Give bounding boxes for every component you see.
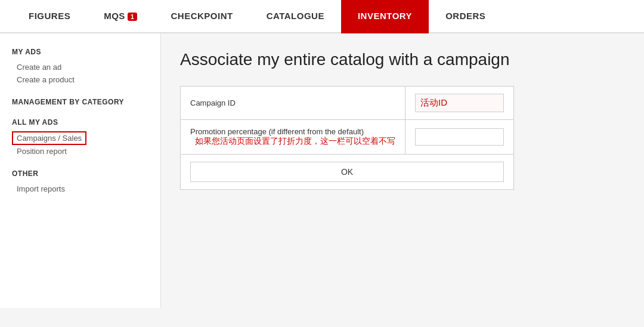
page-title: Associate my entire catalog with a campa…	[180, 50, 625, 69]
mqs-badge: 1	[128, 13, 138, 21]
promotion-input-cell	[405, 120, 514, 155]
sidebar-link-position-report[interactable]: Position report	[12, 145, 148, 158]
campaign-id-row: Campaign ID	[181, 87, 514, 120]
promotion-label: Promotion percentage (if different from …	[190, 127, 364, 136]
promotion-input[interactable]	[415, 128, 504, 146]
nav-tab-inventory[interactable]: INVENTORY	[341, 0, 429, 33]
nav-tab-figures[interactable]: FIGURES	[12, 0, 87, 33]
top-navigation: FIGURESMQS1CHECKPOINTCATALOGUEINVENTORYO…	[0, 0, 644, 33]
sidebar-section-management-by-category: MANAGEMENT BY CATEGORY	[12, 98, 148, 106]
campaign-id-input-cell	[405, 87, 514, 120]
campaign-id-label: Campaign ID	[181, 87, 405, 120]
nav-tab-orders[interactable]: ORDERS	[429, 0, 502, 33]
sidebar-link-create-ad[interactable]: Create an ad	[12, 61, 148, 73]
campaign-id-input[interactable]	[415, 94, 504, 112]
sidebar-link-import-reports[interactable]: Import reports	[12, 183, 148, 195]
sidebar-link-create-product[interactable]: Create a product	[12, 73, 148, 86]
sidebar-link-campaigns-sales[interactable]: Campaigns / Sales	[12, 131, 86, 145]
promotion-row: Promotion percentage (if different from …	[181, 120, 514, 155]
sidebar-section-all-my-ads: ALL MY ADS	[12, 118, 148, 127]
ok-button[interactable]: OK	[190, 162, 504, 182]
ok-row: OK	[181, 155, 514, 190]
main-content: MY ADSCreate an adCreate a productMANAGE…	[0, 33, 644, 308]
nav-tab-mqs[interactable]: MQS1	[87, 0, 154, 33]
sidebar-section-my-ads: MY ADS	[12, 48, 148, 56]
promotion-annotation: 如果您活动页面设置了打折力度，这一栏可以空着不写	[195, 136, 395, 146]
ok-cell: OK	[181, 155, 514, 190]
content-area: Associate my entire catalog with a campa…	[161, 33, 644, 308]
nav-tab-checkpoint[interactable]: CHECKPOINT	[154, 0, 249, 33]
campaign-form-table: Campaign ID Promotion percentage (if dif…	[180, 86, 514, 190]
sidebar-section-other: OTHER	[12, 169, 148, 178]
promotion-label-cell: Promotion percentage (if different from …	[181, 120, 405, 155]
nav-tab-catalogue[interactable]: CATALOGUE	[250, 0, 341, 33]
sidebar: MY ADSCreate an adCreate a productMANAGE…	[0, 33, 161, 308]
